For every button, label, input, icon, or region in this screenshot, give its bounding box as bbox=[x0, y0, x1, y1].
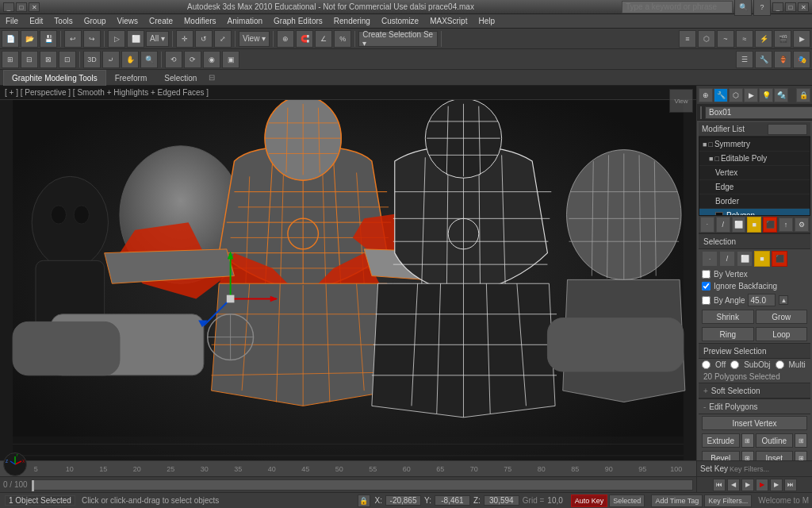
zoom[interactable]: 🔍 bbox=[140, 51, 158, 68]
modifier-polygon[interactable]: Polygon bbox=[699, 209, 810, 216]
tb2-btn2[interactable]: ⊟ bbox=[21, 51, 38, 68]
menu-customize[interactable]: Customize bbox=[379, 16, 421, 26]
sel-icon5[interactable]: ⬛ bbox=[772, 251, 787, 267]
menu-file[interactable]: File bbox=[3, 16, 21, 26]
outline-settings-icon[interactable]: ⊞ bbox=[795, 433, 807, 448]
first-frame-button[interactable]: ⏮ bbox=[713, 479, 726, 491]
new-button[interactable]: 📄 bbox=[2, 30, 19, 48]
tb2-extra2[interactable]: 🏺 bbox=[774, 51, 791, 68]
time-slider-thumb[interactable] bbox=[32, 480, 34, 491]
rotate-button[interactable]: ↺ bbox=[195, 30, 213, 48]
menu-views[interactable]: Views bbox=[115, 16, 141, 26]
scene-view[interactable] bbox=[0, 100, 696, 476]
subobj-radio[interactable] bbox=[730, 360, 739, 369]
tb2-btn7[interactable]: ◉ bbox=[203, 51, 220, 68]
max-btn[interactable]: □ bbox=[785, 2, 796, 12]
restore-button[interactable]: □ bbox=[16, 2, 27, 12]
pivot-button[interactable]: ⊕ bbox=[277, 30, 294, 48]
edit-polygons-expand-icon[interactable]: - bbox=[703, 402, 706, 411]
play-button[interactable]: ▶ bbox=[741, 479, 754, 491]
rp-create-icon[interactable]: ⊕ bbox=[699, 88, 713, 102]
schematic-button[interactable]: ⬡ bbox=[698, 30, 715, 48]
viewport-corner-view[interactable]: View bbox=[669, 89, 693, 113]
dope-sheet[interactable]: ≈ bbox=[736, 30, 753, 48]
sel-icon1[interactable]: · bbox=[702, 251, 718, 267]
angle-spinner[interactable]: ▲ bbox=[779, 295, 788, 305]
open-button[interactable]: 📂 bbox=[21, 30, 38, 48]
select-region[interactable]: ⬜ bbox=[127, 30, 144, 48]
scale-button[interactable]: ⤢ bbox=[214, 30, 232, 48]
prev-frame-button[interactable]: ◀ bbox=[727, 479, 740, 491]
modifier-edge[interactable]: Edge bbox=[699, 180, 810, 194]
auto-key-button[interactable]: Auto Key bbox=[571, 495, 608, 507]
rp-display-icon[interactable]: 💡 bbox=[759, 88, 773, 102]
modifier-editable-poly[interactable]: ■ □ Editable Poly bbox=[699, 152, 810, 166]
soft-selection-expand-icon[interactable]: + bbox=[703, 387, 708, 395]
multi-radio[interactable] bbox=[776, 360, 784, 369]
tab-graphite[interactable]: Graphite Modeling Tools bbox=[3, 70, 106, 86]
help-button[interactable]: ? bbox=[753, 0, 771, 16]
menu-graph-editors[interactable]: Graph Editors bbox=[271, 16, 325, 26]
redo-button[interactable]: ↪ bbox=[83, 30, 101, 48]
pan-view[interactable]: ✋ bbox=[121, 51, 139, 68]
menu-tools[interactable]: Tools bbox=[52, 16, 75, 26]
render-setup[interactable]: 🎬 bbox=[774, 30, 791, 48]
tab-freeform[interactable]: Freeform bbox=[106, 70, 156, 86]
tb2-btn5[interactable]: ⟲ bbox=[165, 51, 182, 68]
filter-dropdown[interactable]: All ▾ bbox=[146, 31, 169, 47]
close-button[interactable]: ✕ bbox=[29, 2, 40, 12]
object-name-input[interactable] bbox=[705, 106, 812, 119]
by-vertex-checkbox[interactable] bbox=[702, 270, 710, 279]
next-frame-button[interactable]: ▶ bbox=[770, 479, 783, 491]
tb2-extra3[interactable]: 🎭 bbox=[793, 51, 810, 68]
ignore-backfacing-checkbox[interactable] bbox=[702, 282, 710, 291]
tb2-btn6[interactable]: ⟳ bbox=[184, 51, 201, 68]
minimize-button[interactable]: _ bbox=[3, 2, 14, 12]
key-filters-button[interactable]: Key Filters... bbox=[704, 495, 752, 507]
rp-lock-icon[interactable]: 🔒 bbox=[796, 88, 810, 102]
modifier-symmetry[interactable]: ■ □ Symmetry bbox=[699, 137, 810, 152]
rp-hierarchy-icon[interactable]: ⬡ bbox=[729, 88, 743, 102]
play-selected-button[interactable]: ▶ bbox=[756, 479, 768, 491]
angle-value-input[interactable] bbox=[748, 294, 776, 306]
rp-utility-icon[interactable]: 🔩 bbox=[774, 88, 788, 102]
last-frame-button[interactable]: ⏭ bbox=[784, 479, 797, 491]
3d-snap[interactable]: 3D bbox=[83, 51, 101, 68]
sel-icon4[interactable]: ■ bbox=[754, 251, 770, 267]
sub-icon-polygon[interactable]: ■ bbox=[747, 217, 761, 233]
menu-help[interactable]: Help bbox=[476, 16, 497, 26]
modifier-list-dropdown[interactable] bbox=[768, 124, 807, 135]
curve-editor[interactable]: ~ bbox=[717, 30, 734, 48]
min-btn[interactable]: _ bbox=[772, 2, 783, 12]
arc-rotate[interactable]: ⤾ bbox=[102, 51, 120, 68]
view-dropdown[interactable]: View ▾ bbox=[239, 31, 270, 47]
rp-modify-icon[interactable]: 🔧 bbox=[714, 88, 728, 102]
menu-create[interactable]: Create bbox=[147, 16, 175, 26]
named-sel[interactable]: ☰ bbox=[736, 51, 753, 68]
menu-modifiers[interactable]: Modifiers bbox=[182, 16, 219, 26]
tb2-btn3[interactable]: ⊠ bbox=[40, 51, 57, 68]
sel-icon2[interactable]: / bbox=[719, 251, 735, 267]
menu-maxscript[interactable]: MAXScript bbox=[427, 16, 469, 26]
selected-button[interactable]: Selected bbox=[609, 495, 645, 507]
extrude-settings-icon[interactable]: ⊞ bbox=[741, 433, 754, 448]
snap-button[interactable]: 🧲 bbox=[296, 30, 313, 48]
layers-button[interactable]: ≡ bbox=[679, 30, 696, 48]
object-color-swatch[interactable] bbox=[700, 106, 702, 119]
menu-rendering[interactable]: Rendering bbox=[331, 16, 373, 26]
tb2-btn8[interactable]: ▣ bbox=[222, 51, 239, 68]
sub-icon-edge[interactable]: / bbox=[716, 217, 730, 233]
selection-set-dropdown[interactable]: Create Selection Se ▾ bbox=[358, 31, 438, 47]
add-time-tag-button[interactable]: Add Time Tag bbox=[651, 495, 703, 507]
tab-selection[interactable]: Selection bbox=[155, 70, 205, 86]
menu-edit[interactable]: Edit bbox=[27, 16, 45, 26]
sub-icon-border[interactable]: ⬜ bbox=[732, 217, 746, 233]
grow-button[interactable]: Grow bbox=[756, 310, 808, 324]
viewport-3d[interactable]: [ + ] [ Perspective ] [ Smooth + Highlig… bbox=[0, 86, 696, 508]
undo-button[interactable]: ↩ bbox=[64, 30, 82, 48]
sub-icon-element[interactable]: ⬛ bbox=[763, 217, 777, 233]
sel-icon3[interactable]: ⬜ bbox=[737, 251, 753, 267]
settings-icon[interactable]: ⚙ bbox=[795, 217, 809, 232]
menu-group[interactable]: Group bbox=[82, 16, 109, 26]
extrude-button[interactable]: Extrude bbox=[702, 433, 740, 448]
